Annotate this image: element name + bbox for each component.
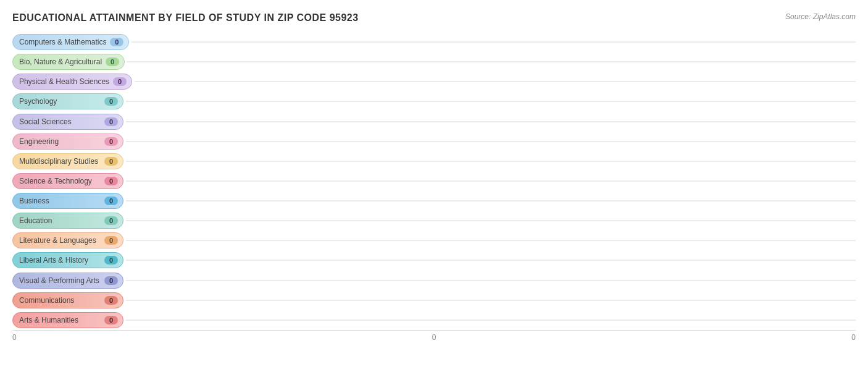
bar-row: Business0	[12, 191, 856, 211]
bar-row: Computers & Mathematics0	[12, 32, 856, 52]
bar-row: Psychology0	[12, 91, 856, 111]
bar-label-pill: Arts & Humanities0	[12, 312, 123, 328]
bar-label-text: Liberal Arts & History	[19, 256, 101, 265]
bar-value-badge: 0	[110, 38, 123, 46]
chart-source: Source: ZipAtlas.com	[785, 12, 856, 21]
x-axis-row: 0 0 0	[12, 330, 856, 342]
bar-label-text: Arts & Humanities	[19, 316, 101, 324]
bar-value-badge: 0	[104, 117, 118, 126]
bar-label-text: Visual & Performing Arts	[19, 276, 101, 285]
bar-label-pill: Visual & Performing Arts0	[12, 273, 123, 289]
x-axis-label-2: 0	[851, 333, 856, 342]
bar-value-badge: 0	[104, 197, 118, 205]
bar-line	[131, 41, 856, 43]
bar-row: Arts & Humanities0	[12, 310, 856, 330]
bar-label-pill: Engineering0	[12, 134, 123, 150]
bar-label-text: Science & Technology	[19, 177, 101, 185]
bar-label-pill: Liberal Arts & History0	[12, 252, 123, 268]
x-axis-label-1: 0	[432, 333, 436, 342]
bar-row: Multidisciplinary Studies0	[12, 151, 856, 171]
bar-value-badge: 0	[113, 77, 127, 86]
bar-line	[135, 81, 856, 82]
bar-value-badge: 0	[104, 157, 118, 166]
bar-label-text: Education	[19, 216, 101, 225]
bar-label-text: Business	[19, 197, 101, 205]
bar-row: Social Sciences0	[12, 112, 856, 132]
bar-label-text: Bio, Nature & Agricultural	[19, 57, 102, 66]
chart-body: Computers & Mathematics0Bio, Nature & Ag…	[12, 32, 856, 342]
bar-label-pill: Physical & Health Sciences0	[12, 74, 132, 90]
bar-label-text: Psychology	[19, 97, 101, 106]
bar-row: Liberal Arts & History0	[12, 250, 856, 270]
bar-line	[126, 200, 856, 201]
bar-value-badge: 0	[104, 97, 118, 106]
bar-value-badge: 0	[106, 57, 119, 66]
chart-plot-area: Computers & Mathematics0Bio, Nature & Ag…	[12, 32, 856, 342]
bar-label-text: Computers & Mathematics	[19, 38, 106, 46]
bar-value-badge: 0	[104, 236, 118, 245]
bar-label-text: Literature & Languages	[19, 236, 101, 245]
chart-header: EDUCATIONAL ATTAINMENT BY FIELD OF STUDY…	[12, 12, 856, 23]
bar-label-pill: Education0	[12, 213, 123, 229]
bar-value-badge: 0	[104, 137, 118, 146]
bar-label-pill: Multidisciplinary Studies0	[12, 153, 123, 169]
bar-line	[126, 101, 856, 102]
bar-label-text: Social Sciences	[19, 117, 101, 126]
bar-line	[126, 141, 856, 142]
bar-label-text: Multidisciplinary Studies	[19, 157, 101, 166]
rows-container: Computers & Mathematics0Bio, Nature & Ag…	[12, 32, 856, 330]
bar-line	[126, 300, 856, 301]
bar-label-pill: Computers & Mathematics0	[12, 34, 129, 50]
bar-line	[126, 240, 856, 241]
bar-line	[126, 161, 856, 162]
bar-value-badge: 0	[104, 296, 118, 305]
bar-label-pill: Science & Technology0	[12, 173, 123, 189]
bar-value-badge: 0	[104, 256, 118, 265]
bar-label-pill: Literature & Languages0	[12, 232, 123, 248]
bar-value-badge: 0	[104, 316, 118, 324]
bar-label-pill: Business0	[12, 193, 123, 209]
bar-row: Visual & Performing Arts0	[12, 271, 856, 290]
bar-row: Literature & Languages0	[12, 231, 856, 250]
bar-row: Education0	[12, 211, 856, 231]
bar-value-badge: 0	[104, 177, 118, 185]
bar-line	[126, 220, 856, 221]
bar-value-badge: 0	[104, 216, 118, 225]
bar-line	[126, 121, 856, 122]
bar-row: Physical & Health Sciences0	[12, 72, 856, 91]
chart-container: EDUCATIONAL ATTAINMENT BY FIELD OF STUDY…	[0, 0, 868, 390]
chart-title: EDUCATIONAL ATTAINMENT BY FIELD OF STUDY…	[12, 12, 359, 23]
bar-row: Engineering0	[12, 132, 856, 151]
bar-line	[126, 180, 856, 182]
bar-label-pill: Bio, Nature & Agricultural0	[12, 54, 125, 70]
bar-line	[126, 320, 856, 321]
bar-row: Bio, Nature & Agricultural0	[12, 52, 856, 72]
bar-label-pill: Communications0	[12, 292, 123, 308]
bar-label-text: Engineering	[19, 137, 101, 146]
bar-label-pill: Psychology0	[12, 93, 123, 109]
x-axis-label-0: 0	[12, 333, 17, 342]
bar-row: Communications0	[12, 290, 856, 310]
bar-label-pill: Social Sciences0	[12, 114, 123, 130]
bar-row: Science & Technology0	[12, 171, 856, 191]
bar-line	[126, 260, 856, 261]
bar-label-text: Physical & Health Sciences	[19, 77, 109, 86]
bar-line	[126, 280, 856, 281]
bar-value-badge: 0	[104, 276, 118, 285]
bar-line	[127, 61, 856, 62]
bar-label-text: Communications	[19, 296, 101, 305]
